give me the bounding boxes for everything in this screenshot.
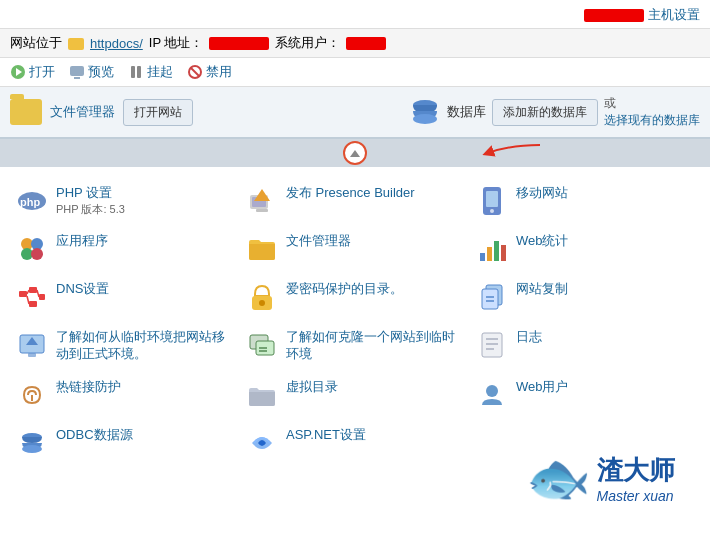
add-db-button[interactable]: 添加新的数据库 [492, 99, 598, 126]
annotation-arrow [470, 137, 550, 170]
main-grid: php PHP 设置 PHP 版本: 5.3 发布 Presence Build… [0, 167, 710, 477]
db-options-text: 或 选择现有的数据库 [604, 95, 700, 129]
list-item[interactable]: ODBC数据源 [10, 419, 240, 467]
clone-staging-link[interactable]: 了解如何克隆一个网站到临时环境 [286, 329, 455, 361]
toolbar-right: 数据库 添加新的数据库 或 选择现有的数据库 [409, 95, 700, 129]
list-item[interactable]: 虚拟目录 [240, 371, 470, 419]
svg-rect-47 [482, 333, 502, 357]
divider-arrow [0, 139, 710, 167]
staging-move-link[interactable]: 了解如何从临时环境把网站移动到正式环境。 [56, 329, 225, 361]
list-item[interactable]: 发布 Presence Builder [240, 177, 470, 225]
open-link[interactable]: 打开 [29, 63, 55, 81]
list-item[interactable]: 移动网站 [470, 177, 700, 225]
open-site-button[interactable]: 打开网站 [123, 99, 193, 126]
svg-line-31 [27, 290, 29, 294]
aspnet-link[interactable]: ASP.NET设置 [286, 427, 366, 442]
file-manager-grid-link[interactable]: 文件管理器 [286, 233, 351, 248]
item-text: ASP.NET设置 [286, 427, 464, 444]
php-icon: php [16, 185, 48, 217]
svg-rect-17 [486, 191, 498, 207]
item-text: ODBC数据源 [56, 427, 234, 444]
svg-point-18 [490, 209, 494, 213]
svg-rect-4 [131, 66, 135, 78]
clone-icon [246, 329, 278, 361]
list-item[interactable]: php PHP 设置 PHP 版本: 5.3 [10, 177, 240, 225]
apps-link[interactable]: 应用程序 [56, 233, 108, 248]
svg-point-22 [31, 248, 43, 260]
hotlink-link[interactable]: 热链接防护 [56, 379, 121, 394]
action-bar: 打开 预览 挂起 禁用 [0, 58, 710, 87]
php-settings-link[interactable]: PHP 设置 [56, 185, 112, 200]
item-text: Web用户 [516, 379, 694, 396]
redacted-hostname [584, 9, 644, 22]
apps-icon [16, 233, 48, 265]
webuser-icon [476, 379, 508, 411]
folder-icon [68, 38, 84, 50]
item-text: 移动网站 [516, 185, 694, 202]
svg-point-52 [486, 385, 498, 397]
php-version: PHP 版本: 5.3 [56, 202, 234, 217]
list-item[interactable]: 网站复制 [470, 273, 700, 321]
file-manager-link[interactable]: 文件管理器 [50, 103, 115, 121]
list-item[interactable]: ASP.NET设置 [240, 419, 470, 467]
log-link[interactable]: 日志 [516, 329, 542, 344]
toolbar-area: 文件管理器 打开网站 数据库 添加新的数据库 或 选择现有的数据库 [0, 87, 710, 139]
host-settings-link[interactable]: 主机设置 [648, 6, 700, 24]
svg-rect-29 [29, 301, 37, 307]
odbc-link[interactable]: ODBC数据源 [56, 427, 133, 442]
disable-link[interactable]: 禁用 [206, 63, 232, 81]
list-item[interactable]: 爱密码保护的目录。 [240, 273, 470, 321]
dns-icon [16, 281, 48, 313]
folder-icon [246, 233, 278, 265]
presence-builder-link[interactable]: 发布 Presence Builder [286, 185, 415, 200]
list-item[interactable]: Web统计 [470, 225, 700, 273]
db-label: 数据库 [447, 103, 486, 121]
list-item[interactable]: 了解如何从临时环境把网站移动到正式环境。 [10, 321, 240, 371]
mobile-site-link[interactable]: 移动网站 [516, 185, 568, 200]
svg-rect-3 [74, 77, 80, 79]
preview-icon [69, 64, 85, 80]
svg-rect-15 [256, 209, 268, 212]
sys-user-label: 系统用户： [275, 34, 340, 52]
svg-line-32 [27, 296, 29, 304]
preview-link[interactable]: 预览 [88, 63, 114, 81]
list-item[interactable]: 热链接防护 [10, 371, 240, 419]
disable-icon [187, 64, 203, 80]
svg-point-9 [413, 114, 437, 124]
list-item[interactable]: 日志 [470, 321, 700, 371]
select-db-link[interactable]: 选择现有的数据库 [604, 112, 700, 129]
list-item[interactable]: DNS设置 [10, 273, 240, 321]
stats-icon [476, 233, 508, 265]
svg-rect-24 [487, 247, 492, 261]
list-item[interactable]: 了解如何克隆一个网站到临时环境 [240, 321, 470, 371]
list-item[interactable]: 应用程序 [10, 225, 240, 273]
web-stats-link[interactable]: Web统计 [516, 233, 569, 248]
watermark-line2: Master xuan [597, 488, 675, 504]
site-info-bar: 网站位于 httpdocs/ IP 地址： 系统用户： [0, 29, 710, 58]
password-dir-link[interactable]: 爱密码保护的目录。 [286, 281, 403, 296]
svg-rect-27 [19, 291, 27, 297]
svg-rect-26 [501, 245, 506, 261]
top-bar: 主机设置 [0, 0, 710, 29]
site-copy-link[interactable]: 网站复制 [516, 281, 568, 296]
suspend-link[interactable]: 挂起 [147, 63, 173, 81]
collapse-arrow[interactable] [343, 141, 367, 165]
ip-value [209, 37, 269, 50]
virtual-dir-link[interactable]: 虚拟目录 [286, 379, 338, 394]
svg-rect-37 [482, 289, 498, 309]
svg-line-7 [191, 68, 199, 76]
hotlink-icon [16, 379, 48, 411]
httpdocs-link[interactable]: httpdocs/ [90, 36, 143, 51]
svg-rect-30 [39, 294, 45, 300]
svg-rect-28 [29, 287, 37, 293]
ip-label: IP 地址： [149, 34, 204, 52]
list-item[interactable]: 文件管理器 [240, 225, 470, 273]
item-text: 文件管理器 [286, 233, 464, 250]
item-text: 热链接防护 [56, 379, 234, 396]
list-item[interactable]: Web用户 [470, 371, 700, 419]
mobile-icon [476, 185, 508, 217]
dns-settings-link[interactable]: DNS设置 [56, 281, 109, 296]
log-icon [476, 329, 508, 361]
item-text: Web统计 [516, 233, 694, 250]
web-user-link[interactable]: Web用户 [516, 379, 569, 394]
